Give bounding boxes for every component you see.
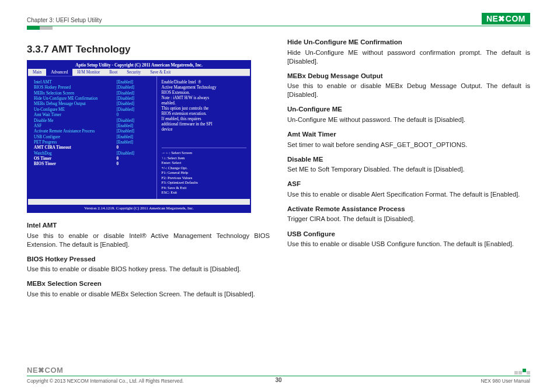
description-body: Use this to enable or disable USB Config… <box>287 240 530 249</box>
bios-setting-row[interactable]: MEBx Selection Screen[Disabled] <box>34 91 153 96</box>
bios-tab-bar: MainAdvancedH/M MonitorBootSecuritySave … <box>28 69 250 76</box>
description-heading: MEBx Debug Message Output <box>287 72 530 81</box>
bios-settings-panel: Intel AMT[Enabled]BIOS Hotkey Pressed[Di… <box>28 76 156 199</box>
bios-setting-row[interactable]: AMT CIRA Timeout0 <box>34 145 153 150</box>
bios-version: Version 2.14.1219. Copyright (C) 2011 Am… <box>28 205 250 212</box>
bios-setting-row[interactable]: WatchDog[Disabled] <box>34 151 153 156</box>
bios-tab[interactable]: Advanced <box>46 69 72 76</box>
bios-setting-row[interactable]: USB Configure[Enabled] <box>34 135 153 140</box>
description-body: Use this to enable or disable BIOS hotke… <box>27 265 270 274</box>
description-body: Set timer to wait before sending ASF_GET… <box>287 141 530 149</box>
description-heading: Disable ME <box>287 155 530 164</box>
description-block: Intel AMTUse this to enable or disable I… <box>27 221 270 249</box>
bios-setting-row[interactable]: ASF[Enabled] <box>34 124 153 129</box>
left-column: 3.3.7 AMT Technology Aptio Setup Utility… <box>27 38 270 304</box>
description-block: Activate Remote Assistance ProcessTrigge… <box>287 205 530 224</box>
right-descriptions: Hide Un-Configure ME ConfirmationHide Un… <box>287 38 530 249</box>
bios-key-legend: →←: Select Screen↑↓: Select ItemEnter: S… <box>162 148 246 195</box>
bios-tab[interactable]: H/M Monitor <box>72 69 105 76</box>
description-block: BIOS Hotkey PressedUse this to enable or… <box>27 255 270 274</box>
bios-tab[interactable]: Save & Exit <box>145 69 175 76</box>
bios-setting-row[interactable]: Un-Configure ME[Disabled] <box>34 107 153 113</box>
description-body: Hide Un-Configure ME without password co… <box>287 48 530 66</box>
description-block: MEBx Debug Message OutputUse this to ena… <box>287 72 530 100</box>
description-body: Use this to enable or disable Intel® Act… <box>27 232 270 249</box>
bios-setting-row[interactable]: PET Progress[Enabled] <box>34 140 153 145</box>
description-body: Use this to enable or disable MEBx Selec… <box>27 290 270 299</box>
description-block: Hide Un-Configure ME ConfirmationHide Un… <box>287 38 530 66</box>
page-number: 30 <box>27 377 530 383</box>
bios-setting-row[interactable]: OS Timer0 <box>34 156 153 162</box>
description-body: Set ME to Soft Temporary Disabled. The d… <box>287 165 530 174</box>
right-column: Hide Un-Configure ME ConfirmationHide Un… <box>287 38 530 304</box>
description-body: Use this to enable or disable MEBx Debug… <box>287 82 530 99</box>
bios-help-text: Enable/Disable Intel ®Active Management … <box>162 80 246 132</box>
bios-title: Aptio Setup Utility - Copyright (C) 2011… <box>28 61 250 69</box>
description-heading: USB Configure <box>287 230 530 239</box>
description-block: Un-Configure MEUn-Configure ME without p… <box>287 105 530 124</box>
bios-help-panel: Enable/Disable Intel ®Active Management … <box>156 76 250 199</box>
description-block: Disable MESet ME to Soft Temporary Disab… <box>287 155 530 174</box>
content-columns: 3.3.7 AMT Technology Aptio Setup Utility… <box>27 38 530 304</box>
description-block: Amt Wait TimerSet timer to wait before s… <box>287 130 530 149</box>
bios-tab[interactable]: Boot <box>105 69 122 76</box>
page-footer: NE✖COM Copyright © 2013 NEXCOM Internati… <box>27 366 530 384</box>
description-block: USB ConfigureUse this to enable or disab… <box>287 230 530 249</box>
description-heading: Intel AMT <box>27 221 270 230</box>
description-body: Un-Configure ME without password. The de… <box>287 116 530 124</box>
description-heading: BIOS Hotkey Pressed <box>27 255 270 264</box>
bios-setting-row[interactable]: Activate Remote Assistance Process[Disab… <box>34 129 153 134</box>
chapter-label: Chapter 3: UEFI Setup Utility <box>27 17 102 24</box>
bios-setting-row[interactable]: BIOS Timer0 <box>34 162 153 167</box>
description-heading: Hide Un-Configure ME Confirmation <box>287 38 530 47</box>
bios-setting-row[interactable]: MEBx Debug Message Output[Disabled] <box>34 102 153 107</box>
footer-logo: NE✖COM <box>27 366 63 374</box>
bios-setting-row[interactable]: Intel AMT[Enabled] <box>34 80 153 85</box>
description-heading: Un-Configure ME <box>287 105 530 114</box>
description-block: ASFUse this to enable or disable Alert S… <box>287 180 530 199</box>
bios-setting-row[interactable]: Amt Wait Timer0 <box>34 113 153 118</box>
description-heading: ASF <box>287 180 530 189</box>
description-body: Use this to enable or disable Alert Spec… <box>287 190 530 199</box>
description-heading: Activate Remote Assistance Process <box>287 205 530 214</box>
description-block: MEBx Selection ScreenUse this to enable … <box>27 279 270 299</box>
bios-screenshot: Aptio Setup Utility - Copyright (C) 2011… <box>27 60 251 213</box>
footer-squares-icon <box>514 371 530 374</box>
bios-bottom-bar <box>28 199 250 205</box>
brand-logo: NE✖COM <box>482 13 530 24</box>
description-body: Trigger CIRA boot. The default is [Disab… <box>287 215 530 223</box>
description-heading: MEBx Selection Screen <box>27 279 270 289</box>
left-descriptions: Intel AMTUse this to enable or disable I… <box>27 221 270 299</box>
bios-setting-row[interactable]: Disable Me[Disabled] <box>34 118 153 124</box>
description-heading: Amt Wait Timer <box>287 130 530 139</box>
bios-tab[interactable]: Main <box>28 69 46 76</box>
bios-tab[interactable]: Security <box>122 69 145 76</box>
header-stripes <box>27 26 530 30</box>
bios-setting-row[interactable]: BIOS Hotkey Pressed[Disabled] <box>34 85 153 90</box>
bios-setting-row[interactable]: Hide Un-Configure ME Confirmation[Disabl… <box>34 96 153 102</box>
page-header: Chapter 3: UEFI Setup Utility NE✖COM <box>27 13 530 24</box>
section-title: 3.3.7 AMT Technology <box>27 44 270 55</box>
bios-body: Intel AMT[Enabled]BIOS Hotkey Pressed[Di… <box>28 76 250 199</box>
